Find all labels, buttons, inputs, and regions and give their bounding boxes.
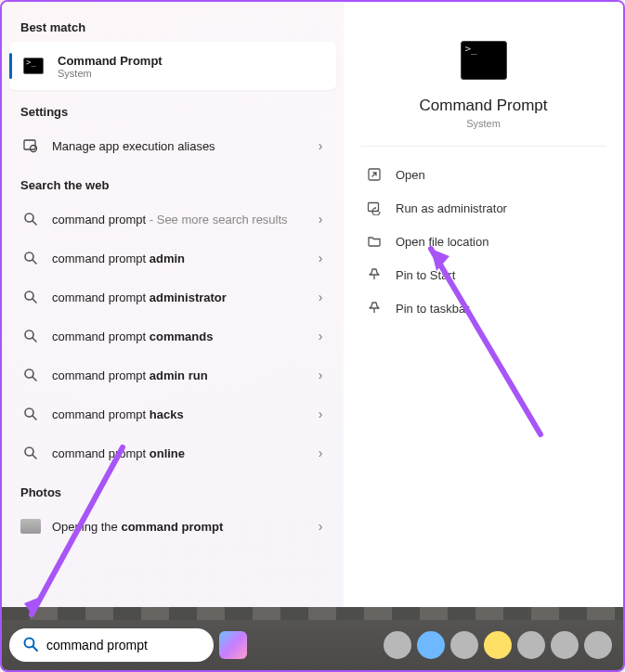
action-label: Pin to taskbar bbox=[396, 302, 470, 316]
best-match-title: Command Prompt bbox=[58, 54, 163, 68]
search-icon bbox=[20, 323, 41, 349]
admin-icon bbox=[366, 200, 383, 216]
search-icon bbox=[20, 206, 41, 232]
svg-line-9 bbox=[33, 338, 36, 342]
chevron-right-icon: › bbox=[314, 290, 327, 304]
photo-thumbnail-icon bbox=[20, 513, 41, 539]
action-label: Open file location bbox=[396, 235, 488, 249]
folder-icon bbox=[366, 233, 383, 250]
action-run-admin[interactable]: Run as administrator bbox=[360, 191, 606, 225]
action-label: Run as administrator bbox=[396, 201, 507, 215]
chevron-right-icon: › bbox=[314, 138, 327, 153]
web-result-label: command prompt online bbox=[52, 446, 314, 460]
command-prompt-app-icon bbox=[20, 53, 46, 79]
settings-icon bbox=[20, 133, 41, 159]
chevron-right-icon: › bbox=[314, 368, 327, 382]
photos-result-label: Opening the command prompt bbox=[52, 520, 314, 534]
web-result-label: command prompt administrator bbox=[52, 291, 314, 304]
search-web-header: Search the web bbox=[9, 173, 336, 200]
search-icon bbox=[20, 284, 41, 310]
search-icon bbox=[20, 401, 41, 427]
web-result-0[interactable]: command prompt - See more search results… bbox=[9, 200, 336, 239]
web-result-4[interactable]: command prompt admin run › bbox=[9, 355, 336, 394]
chevron-right-icon: › bbox=[314, 251, 327, 265]
web-result-5[interactable]: command prompt hacks › bbox=[9, 394, 336, 433]
taskbar-copilot-icon[interactable] bbox=[219, 631, 247, 659]
web-result-label: command prompt hacks bbox=[52, 407, 314, 421]
svg-line-3 bbox=[33, 221, 36, 225]
web-result-3[interactable]: command prompt commands › bbox=[9, 317, 336, 355]
taskbar-app-icon[interactable] bbox=[417, 631, 445, 659]
chevron-right-icon: › bbox=[314, 212, 327, 226]
open-icon bbox=[366, 166, 383, 183]
taskbar-app-icon[interactable] bbox=[384, 631, 411, 659]
preview-title: Command Prompt bbox=[420, 97, 548, 115]
pin-icon bbox=[366, 300, 383, 317]
svg-line-7 bbox=[33, 299, 36, 303]
taskbar bbox=[2, 620, 623, 670]
best-match-subtitle: System bbox=[58, 68, 327, 79]
settings-item-label: Manage app execution aliases bbox=[52, 139, 314, 153]
svg-line-20 bbox=[33, 646, 38, 651]
search-icon bbox=[22, 636, 39, 655]
action-pin-taskbar[interactable]: Pin to taskbar bbox=[360, 291, 606, 325]
web-result-label: command prompt commands bbox=[52, 330, 314, 343]
settings-item-aliases[interactable]: Manage app execution aliases › bbox=[9, 126, 336, 165]
taskbar-search[interactable] bbox=[9, 628, 214, 662]
web-result-label: command prompt admin run bbox=[52, 368, 314, 382]
action-open[interactable]: Open bbox=[360, 158, 606, 191]
taskbar-app-icon[interactable] bbox=[517, 631, 545, 659]
photos-header: Photos bbox=[9, 480, 336, 507]
command-prompt-large-icon bbox=[461, 41, 507, 80]
action-pin-start[interactable]: Pin to Start bbox=[360, 258, 606, 291]
chevron-right-icon: › bbox=[314, 519, 327, 534]
action-open-location[interactable]: Open file location bbox=[360, 225, 606, 258]
search-results-pane: Best match Command Prompt System Setting… bbox=[2, 2, 344, 620]
action-label: Pin to Start bbox=[396, 268, 455, 282]
photos-result-0[interactable]: Opening the command prompt › bbox=[9, 507, 336, 546]
chevron-right-icon: › bbox=[314, 407, 327, 421]
web-result-1[interactable]: command prompt admin › bbox=[9, 239, 336, 278]
best-match-header: Best match bbox=[9, 15, 336, 42]
preview-subtitle: System bbox=[466, 118, 501, 129]
svg-line-13 bbox=[33, 416, 36, 420]
preview-pane: Command Prompt System Open Run as admini… bbox=[344, 2, 623, 620]
web-result-2[interactable]: command prompt administrator › bbox=[9, 278, 336, 317]
chevron-right-icon: › bbox=[314, 329, 327, 343]
chevron-right-icon: › bbox=[314, 446, 327, 460]
svg-line-11 bbox=[33, 377, 36, 381]
search-icon bbox=[20, 362, 41, 388]
pin-icon bbox=[366, 266, 383, 283]
taskbar-app-icon[interactable] bbox=[584, 631, 612, 659]
search-icon bbox=[20, 440, 41, 466]
taskbar-search-input[interactable] bbox=[46, 638, 209, 653]
search-icon bbox=[20, 245, 41, 271]
web-result-6[interactable]: command prompt online › bbox=[9, 433, 336, 472]
best-match-result[interactable]: Command Prompt System bbox=[9, 42, 336, 90]
action-label: Open bbox=[396, 168, 425, 182]
web-result-label: command prompt admin bbox=[52, 252, 314, 265]
taskbar-app-icon[interactable] bbox=[484, 631, 512, 659]
svg-line-15 bbox=[33, 455, 36, 459]
settings-header: Settings bbox=[9, 99, 336, 126]
taskbar-app-icon[interactable] bbox=[551, 631, 579, 659]
svg-line-5 bbox=[33, 260, 36, 264]
web-result-label: command prompt - See more search results bbox=[52, 213, 314, 226]
svg-point-18 bbox=[377, 210, 379, 212]
taskbar-app-icon[interactable] bbox=[450, 631, 478, 659]
